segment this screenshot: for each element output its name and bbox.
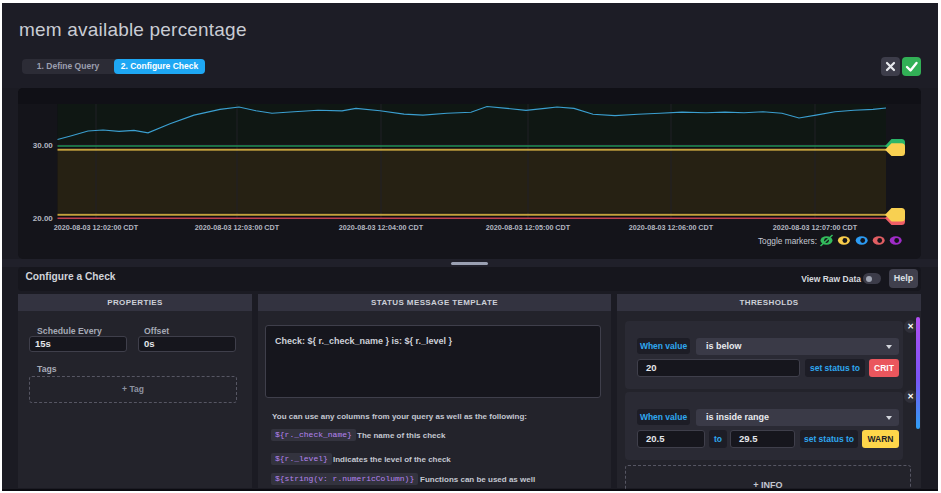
svg-text:2020-08-03 12:07:00 CDT: 2020-08-03 12:07:00 CDT <box>773 223 858 232</box>
svg-text:2020-08-03 12:02:00 CDT: 2020-08-03 12:02:00 CDT <box>54 223 139 232</box>
svg-text:2020-08-03 12:06:00 CDT: 2020-08-03 12:06:00 CDT <box>629 223 714 232</box>
svg-text:2020-08-03 12:05:00 CDT: 2020-08-03 12:05:00 CDT <box>486 223 571 232</box>
svg-text:2020-08-03 12:03:00 CDT: 2020-08-03 12:03:00 CDT <box>195 223 280 232</box>
svg-text:20.00: 20.00 <box>33 214 54 223</box>
svg-text:Toggle markers:: Toggle markers: <box>758 236 817 246</box>
svg-text:30.00: 30.00 <box>33 141 54 150</box>
svg-text:2020-08-03 12:04:00 CDT: 2020-08-03 12:04:00 CDT <box>339 223 424 232</box>
